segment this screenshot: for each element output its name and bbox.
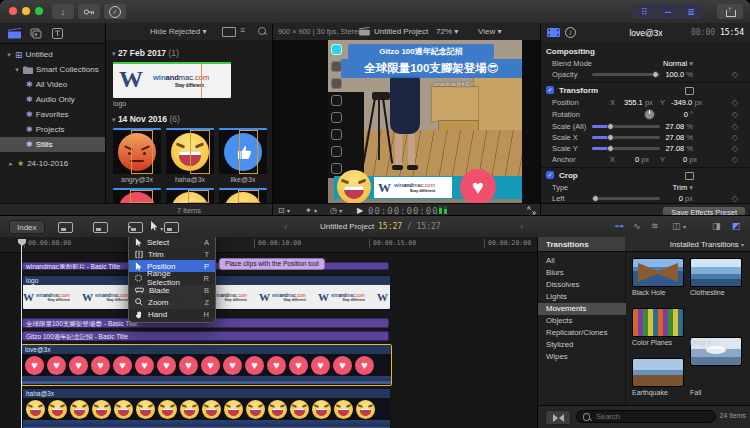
scale-x-slider[interactable]: [592, 136, 660, 139]
rotation-dial[interactable]: [644, 109, 655, 120]
timeline-title-clip-3[interactable]: Gitzo 100週年紀念記招 - Basic Title: [22, 331, 389, 341]
selection-range[interactable]: [188, 190, 209, 203]
category-dissolves[interactable]: Dissolves: [538, 279, 626, 291]
browser-group-header[interactable]: ▾ 27 Feb 2017 (1): [112, 48, 179, 58]
tool-menu-button[interactable]: ▾: [150, 221, 163, 233]
category-blurs[interactable]: Blurs: [538, 267, 626, 279]
share-button[interactable]: ↑: [717, 4, 743, 19]
opacity-value[interactable]: 100.0 %: [665, 70, 693, 79]
scale-y-value[interactable]: 27.08 %: [665, 144, 693, 153]
photos-audio-tab-icon[interactable]: [30, 28, 42, 39]
effects-browser-toggle-icon[interactable]: ◨: [712, 221, 721, 231]
import-media-button[interactable]: ↓: [52, 4, 74, 19]
transform-reset-icon[interactable]: [685, 87, 694, 95]
back-chevron-icon[interactable]: ‹: [284, 222, 287, 232]
overwrite-edit-button[interactable]: [164, 222, 179, 233]
sidebar-item-smart-collections[interactable]: ▾ Smart Collections: [0, 62, 119, 77]
rotation-value[interactable]: 0 °: [684, 110, 693, 119]
transform-checkbox[interactable]: ✓: [546, 86, 554, 94]
menu-item-hand[interactable]: HandH: [129, 308, 215, 320]
timeline-haha-clip[interactable]: haha@3x: [22, 388, 391, 428]
browser-clip-love[interactable]: ♥: [113, 188, 161, 203]
scale-all-value[interactable]: 27.08 %: [665, 122, 693, 131]
keyframe-icon[interactable]: ◇: [732, 133, 738, 142]
selection-range[interactable]: [238, 190, 259, 203]
transitions-browser-toggle-icon[interactable]: ◩: [732, 221, 741, 231]
search-field[interactable]: [576, 410, 716, 423]
clip-filter-dropdown[interactable]: Hide Rejected ▾: [150, 27, 207, 36]
zoom-dropdown[interactable]: 72% ▾: [436, 27, 458, 36]
disclosure-closed-icon[interactable]: ▸: [8, 160, 14, 168]
crop-left-slider[interactable]: [592, 197, 660, 200]
search-icon[interactable]: [258, 27, 266, 35]
close-window-button[interactable]: [9, 7, 17, 15]
play-button[interactable]: ▶: [357, 206, 363, 215]
video-inspector-tab-icon[interactable]: [547, 28, 560, 37]
snapping-toggle-icon[interactable]: ≋: [651, 221, 659, 231]
insert-edit-button[interactable]: [93, 222, 108, 233]
crop-left-value[interactable]: 0 px: [679, 194, 693, 203]
category-movements[interactable]: Movements: [538, 303, 626, 315]
crop-checkbox[interactable]: ✓: [546, 171, 554, 179]
libraries-tab-icon[interactable]: [8, 28, 21, 39]
anchor-y-field[interactable]: 0 px: [683, 155, 697, 164]
scale-y-slider[interactable]: [592, 147, 660, 150]
sidebar-item-library[interactable]: ▾ ⊞ Untitled: [0, 47, 111, 62]
forward-chevron-icon[interactable]: ›: [520, 222, 523, 232]
enhancements-button[interactable]: ✦ ▾: [305, 206, 317, 215]
transition-thumb-color-planes[interactable]: [632, 308, 684, 337]
browser-toggle-button[interactable]: ⠿: [634, 4, 655, 19]
selection-range[interactable]: [130, 190, 153, 203]
playhead[interactable]: [21, 239, 22, 428]
menu-item-trim[interactable]: TrimT: [129, 248, 215, 260]
retime-button[interactable]: ◷ ▾: [330, 206, 342, 215]
index-button[interactable]: Index: [9, 220, 45, 234]
keyword-editor-button[interactable]: [78, 4, 100, 19]
selection-range[interactable]: [239, 130, 258, 174]
scale-all-slider[interactable]: [592, 125, 660, 128]
browser-clip-like[interactable]: [219, 128, 267, 174]
minimize-window-button[interactable]: [22, 7, 30, 15]
menu-item-range-selection[interactable]: Range SelectionR: [129, 272, 215, 284]
browser-clip-logo[interactable]: W winandmac.com Stay different: [113, 62, 231, 98]
anchor-x-field[interactable]: 0 px: [635, 155, 649, 164]
background-tasks-button[interactable]: ✓: [104, 4, 126, 19]
transition-thumb-clothesline[interactable]: [690, 258, 742, 287]
keyframe-icon[interactable]: ◇: [732, 70, 738, 79]
blend-mode-dropdown[interactable]: Normal ▾: [663, 59, 693, 68]
transition-thumb-black-hole[interactable]: [632, 258, 684, 287]
keyframe-icon[interactable]: ◇: [732, 110, 738, 119]
category-wipes[interactable]: Wipes: [538, 351, 626, 363]
selection-range[interactable]: [131, 130, 153, 174]
audio-meter[interactable]: [444, 206, 447, 214]
keyframe-icon[interactable]: ◇: [732, 155, 738, 164]
keyframe-icon[interactable]: ◇: [732, 144, 738, 153]
crop-type-dropdown[interactable]: Trim ▾: [672, 183, 693, 192]
view-dropdown[interactable]: View ▾: [478, 27, 501, 36]
chevron-down-icon[interactable]: ▾: [128, 223, 131, 230]
sidebar-item-event[interactable]: ▸ ★ 24-10-2016: [0, 156, 113, 171]
transitions-browser-button[interactable]: [545, 410, 571, 425]
filmstrip-view-icon[interactable]: [222, 27, 236, 37]
info-inspector-tab-icon[interactable]: i: [565, 27, 576, 38]
menu-item-select[interactable]: SelectA: [129, 237, 215, 248]
browser-clip-sad[interactable]: [166, 188, 214, 203]
keyframe-icon[interactable]: ◇: [732, 194, 738, 203]
installed-transitions-dropdown[interactable]: Installed Transitions ▾: [625, 237, 750, 252]
disclosure-open-icon[interactable]: ▾: [14, 66, 20, 74]
media-browser-button[interactable]: •••: [658, 4, 678, 19]
position-y-field[interactable]: -349.0 px: [671, 98, 702, 107]
selection-range[interactable]: [190, 130, 210, 174]
timeline-ruler[interactable]: 00:00:00:00 00:00:05:00 00:00:10:00 00:0…: [0, 237, 537, 253]
position-x-field[interactable]: 355.1 px: [624, 98, 653, 107]
category-objects[interactable]: Objects: [538, 315, 626, 327]
viewer-display-options-button[interactable]: ⊡ ▾: [278, 206, 290, 215]
audio-skimming-toggle-icon[interactable]: ∿: [633, 221, 641, 231]
skimming-toggle-icon[interactable]: ⊶: [615, 221, 624, 231]
titles-generators-tab-icon[interactable]: [52, 28, 63, 39]
category-lights[interactable]: Lights: [538, 291, 626, 303]
browser-clip-wow[interactable]: [219, 188, 267, 203]
connect-edit-button[interactable]: [58, 222, 73, 233]
audio-meter[interactable]: [439, 206, 442, 214]
browser-group-header[interactable]: ▾ 14 Nov 2016 (6): [112, 114, 180, 124]
